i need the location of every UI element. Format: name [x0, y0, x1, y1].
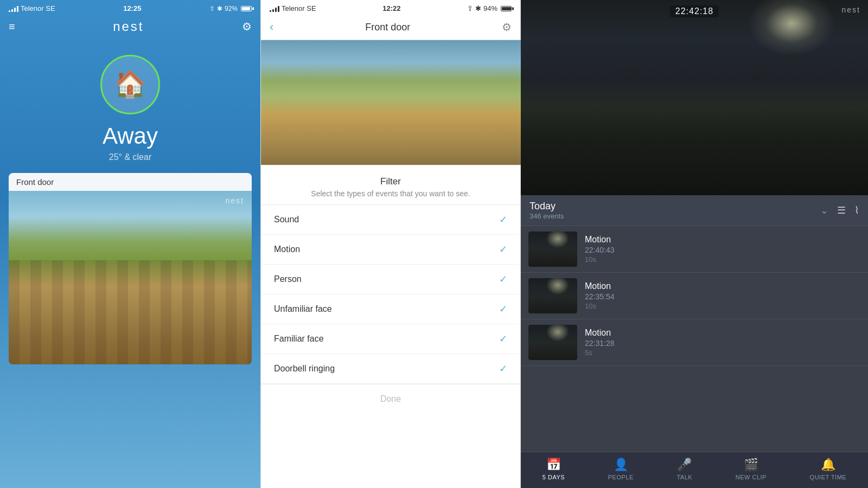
event-info-2: Motion 22:35:54 10s [585, 281, 615, 310]
away-title: Away [103, 123, 158, 149]
camera-feed-2[interactable] [261, 40, 521, 165]
battery-icon-2 [501, 6, 512, 11]
event-time-2: 22:35:54 [585, 292, 615, 301]
event-thumbnail-1 [528, 232, 577, 267]
calendar-icon: 📅 [546, 458, 561, 472]
nav-newclip-label: NEW CLIP [736, 474, 767, 480]
thumb-scene-3 [528, 325, 577, 360]
filter-item-familiar-face[interactable]: Familiar face ✓ [261, 324, 520, 354]
filter-check-motion: ✓ [499, 243, 507, 255]
event-time-1: 22:40:43 [585, 246, 615, 254]
events-list: Motion 22:40:43 10s Motion 22:35:54 10s … [521, 226, 868, 452]
nav-people-label: PEOPLE [608, 474, 634, 480]
filter-icon[interactable]: ☰ [837, 204, 846, 216]
camera-scene-3 [521, 0, 868, 195]
nav-bar-2: ‹ Front door ⚙ [261, 17, 520, 40]
camera-title: Front door [365, 22, 410, 33]
nav-bar-1: ≡ nest ⚙ [0, 17, 260, 38]
today-label: Today [529, 201, 564, 212]
filter-subtitle: Select the types of events that you want… [272, 189, 509, 198]
battery-icon-1 [241, 6, 252, 11]
nav-talk-label: TALK [676, 474, 692, 480]
panel-camera: Telenor SE 12:22 ⇧ ✱ 94% ‹ Front door ⚙ … [260, 0, 521, 488]
camera-feed-3[interactable]: 22:42:18 nest [521, 0, 868, 195]
filter-item-unfamiliar-face[interactable]: Unfamiliar face ✓ [261, 294, 520, 324]
bluetooth-icon-1: ✱ [217, 5, 222, 12]
battery-percent-1: 92% [225, 5, 238, 12]
nav-5days[interactable]: 📅 5 DAYS [542, 458, 565, 480]
filter-items-list: Sound ✓ Motion ✓ Person ✓ Unfamiliar fac… [261, 205, 520, 384]
nav-newclip[interactable]: 🎬 NEW CLIP [736, 458, 767, 480]
away-section[interactable]: 🏠 Away 25° & clear [0, 38, 260, 173]
filter-label-doorbell: Doorbell ringing [274, 364, 335, 374]
nav-people[interactable]: 👤 PEOPLE [608, 458, 634, 480]
location-icon-1: ⇧ [209, 5, 215, 12]
filter-label-motion: Motion [274, 245, 300, 254]
event-info-1: Motion 22:40:43 10s [585, 235, 615, 264]
away-circle[interactable]: 🏠 [100, 55, 160, 114]
away-subtitle: 25° & clear [109, 152, 151, 162]
panel-events: 22:42:18 nest Today 346 events ⌄ ☰ ⌇ Mot… [521, 0, 868, 488]
clip-icon: 🎬 [744, 458, 758, 472]
filter-header: Filter Select the types of events that y… [261, 165, 520, 205]
camera-card-1[interactable]: Front door nest [9, 173, 252, 364]
today-section: Today 346 events [529, 201, 564, 220]
bluetooth-icon-2: ✱ [475, 4, 481, 12]
camera-feed-1[interactable]: nest [9, 191, 252, 364]
nav-talk[interactable]: 🎤 TALK [676, 458, 692, 480]
carrier-name-1: Telenor SE [21, 4, 55, 12]
camera-scene-2 [261, 40, 521, 165]
filter-label-unfamiliar-face: Unfamiliar face [274, 304, 332, 314]
battery-area-2: ⇧ ✱ 94% [467, 4, 512, 12]
nest-logo-3: nest [842, 5, 860, 14]
people-icon: 👤 [614, 458, 628, 472]
nav-5days-label: 5 DAYS [542, 474, 565, 480]
filter-item-motion[interactable]: Motion ✓ [261, 235, 520, 265]
event-thumbnail-3 [528, 325, 577, 360]
battery-fill-1 [242, 7, 250, 10]
clock-2: 12:22 [382, 4, 400, 12]
event-item-3[interactable]: Motion 22:31:28 5s [521, 319, 868, 366]
battery-percent-2: 94% [483, 4, 497, 12]
bar-icons: ⌄ ☰ ⌇ [820, 204, 859, 216]
filter-check-unfamiliar-face: ✓ [499, 303, 507, 315]
panel-home: Telenor SE 12:25 ⇧ ✱ 92% ≡ nest ⚙ 🏠 Away… [0, 0, 260, 488]
signal-icon-2 [270, 5, 279, 12]
battery-fill-2 [502, 7, 511, 10]
filter-label-person: Person [274, 274, 302, 284]
thumb-scene-1 [528, 232, 577, 267]
filter-item-doorbell[interactable]: Doorbell ringing ✓ [261, 354, 520, 384]
settings-icon-1[interactable]: ⚙ [242, 20, 252, 33]
filter-check-familiar-face: ✓ [499, 333, 507, 345]
clock-1: 12:25 [123, 4, 141, 12]
thumb-scene-2 [528, 278, 577, 313]
filter-check-person: ✓ [499, 273, 507, 285]
event-count: 346 events [529, 212, 564, 220]
event-info-3: Motion 22:31:28 5s [585, 328, 615, 357]
signal-icon-1 [9, 5, 18, 12]
hamburger-icon[interactable]: ≡ [9, 21, 15, 33]
bar-chart-icon[interactable]: ⌇ [854, 204, 859, 216]
filter-check-sound: ✓ [499, 214, 507, 226]
filter-label-sound: Sound [274, 215, 299, 224]
camera-scene-1 [9, 191, 252, 364]
back-button[interactable]: ‹ [270, 20, 273, 34]
filter-item-person[interactable]: Person ✓ [261, 265, 520, 294]
nav-quiettime[interactable]: 🔔 QUIET TIME [810, 458, 847, 480]
status-bar-2: Telenor SE 12:22 ⇧ ✱ 94% [261, 0, 520, 17]
filter-done-area[interactable]: Done [261, 384, 520, 414]
event-item-1[interactable]: Motion 22:40:43 10s [521, 226, 868, 273]
event-item-2[interactable]: Motion 22:35:54 10s [521, 273, 868, 319]
carrier-signal-1: Telenor SE [9, 4, 55, 12]
nav-quiettime-label: QUIET TIME [810, 474, 847, 480]
filter-item-sound[interactable]: Sound ✓ [261, 205, 520, 235]
chevron-down-icon[interactable]: ⌄ [820, 204, 828, 216]
settings-icon-2[interactable]: ⚙ [502, 21, 512, 34]
location-icon-2: ⇧ [467, 4, 473, 12]
event-duration-3: 5s [585, 349, 615, 357]
mic-icon: 🎤 [677, 458, 692, 472]
battery-area-1: ⇧ ✱ 92% [209, 5, 252, 12]
done-button[interactable]: Done [380, 394, 401, 403]
bell-icon: 🔔 [821, 458, 835, 472]
events-bar: Today 346 events ⌄ ☰ ⌇ [521, 195, 868, 226]
